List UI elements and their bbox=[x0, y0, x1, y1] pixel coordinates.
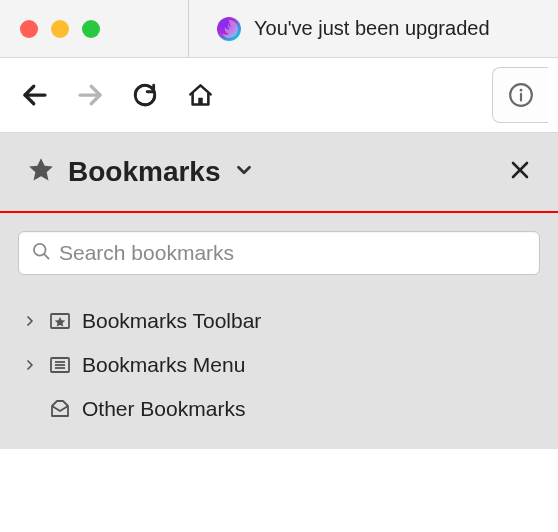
bookmarks-sidebar: Bookmarks bbox=[0, 133, 558, 449]
sidebar-body: Bookmarks Toolbar Bookmarks Menu bbox=[0, 213, 558, 449]
navigation-toolbar bbox=[0, 58, 558, 133]
menu-folder-icon bbox=[48, 353, 72, 377]
svg-point-6 bbox=[519, 89, 522, 92]
sidebar-header: Bookmarks bbox=[0, 133, 558, 213]
forward-button[interactable] bbox=[65, 70, 115, 120]
other-folder-icon bbox=[48, 397, 72, 421]
bookmarks-search[interactable] bbox=[18, 231, 540, 275]
home-button[interactable] bbox=[175, 70, 225, 120]
svg-line-10 bbox=[44, 254, 48, 258]
close-sidebar-button[interactable] bbox=[508, 158, 532, 186]
tree-item-label: Other Bookmarks bbox=[82, 397, 245, 421]
window-controls bbox=[0, 20, 100, 38]
sidebar-title: Bookmarks bbox=[68, 156, 221, 188]
bookmarks-star-icon bbox=[26, 155, 56, 189]
tree-item-bookmarks-toolbar[interactable]: Bookmarks Toolbar bbox=[20, 299, 540, 343]
sidebar-switcher[interactable]: Bookmarks bbox=[26, 155, 255, 189]
tab-divider bbox=[188, 0, 189, 57]
search-input[interactable] bbox=[59, 241, 527, 265]
tree-item-bookmarks-menu[interactable]: Bookmarks Menu bbox=[20, 343, 540, 387]
firefox-icon bbox=[216, 16, 242, 42]
toolbar-folder-icon bbox=[48, 309, 72, 333]
minimize-window-button[interactable] bbox=[51, 20, 69, 38]
reload-button[interactable] bbox=[120, 70, 170, 120]
zoom-window-button[interactable] bbox=[82, 20, 100, 38]
svg-rect-3 bbox=[198, 97, 203, 104]
browser-tab[interactable]: You've just been upgraded bbox=[200, 0, 506, 57]
back-button[interactable] bbox=[10, 70, 60, 120]
expand-icon[interactable] bbox=[22, 359, 38, 371]
expand-icon[interactable] bbox=[22, 315, 38, 327]
tree-item-other-bookmarks[interactable]: Other Bookmarks bbox=[20, 387, 540, 431]
tree-item-label: Bookmarks Toolbar bbox=[82, 309, 261, 333]
window-titlebar: You've just been upgraded bbox=[0, 0, 558, 58]
search-icon bbox=[31, 241, 51, 265]
bookmarks-tree: Bookmarks Toolbar Bookmarks Menu bbox=[18, 299, 540, 431]
page-info-button[interactable] bbox=[492, 67, 548, 123]
tab-title: You've just been upgraded bbox=[254, 17, 490, 40]
close-window-button[interactable] bbox=[20, 20, 38, 38]
tree-item-label: Bookmarks Menu bbox=[82, 353, 245, 377]
chevron-down-icon bbox=[233, 159, 255, 185]
